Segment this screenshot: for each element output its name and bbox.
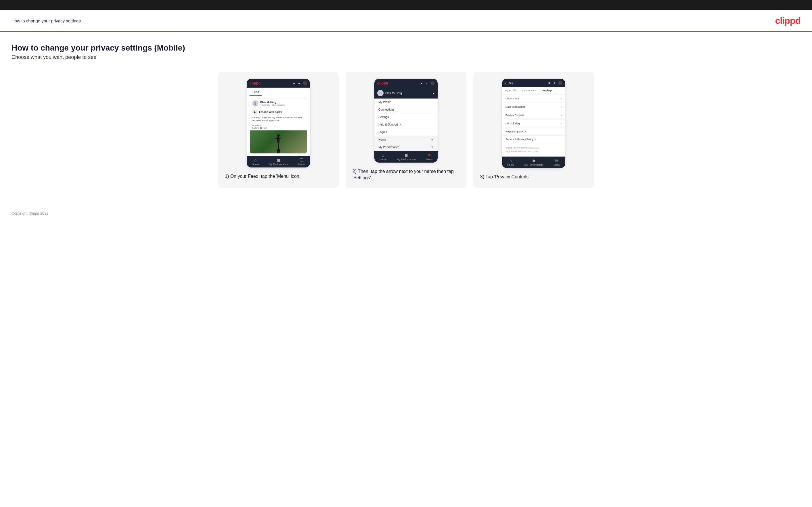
phone-2-navbar: clippd ⚭ ⚬ ⚫ (374, 79, 438, 88)
phone-mockup-3: ‹ Back ⚭ ⚬ ⚫ My Profile Connections Sett… (502, 79, 565, 168)
performance-icon-2: ◼ (405, 153, 408, 157)
my-account-label: My Account (506, 97, 519, 100)
menu-user-row: B Blair McHarg ▲ (374, 88, 438, 99)
feed-duration: Duration01 hr : 30 min (250, 123, 307, 130)
avatar: B (252, 100, 258, 107)
lesson-title: Lesson with Fordy (259, 111, 282, 113)
settings-icon: ⚫ (303, 81, 307, 85)
main-content: How to change your privacy settings (Mob… (0, 32, 812, 206)
menu-icon-3: ☰ (555, 158, 559, 163)
menu-settings[interactable]: Settings (374, 113, 438, 121)
phone-1-logo: clippd (250, 81, 260, 85)
menu-user-left: B Blair McHarg (377, 90, 402, 96)
logo: clippd (775, 15, 801, 26)
phone-1-navbar: clippd ⚭ ⚬ ⚫ (247, 79, 310, 88)
svg-rect-2 (275, 138, 281, 139)
connections-label: Connections (378, 108, 395, 111)
tab-home-3: ⌂ Home (507, 158, 514, 166)
tab-performance-3: ◼ My Performance (524, 158, 544, 166)
settings-icon-3: ⚫ (558, 81, 562, 85)
steps-container: clippd ⚭ ⚬ ⚫ Feed B (11, 72, 801, 188)
feed-tab: Feed (250, 89, 262, 96)
tab-home-label: Home (252, 163, 259, 166)
menu-my-profile[interactable]: My Profile (374, 99, 438, 106)
performance-icon-3: ◼ (532, 158, 536, 163)
version-line-2: GQL Server Version: 2022.7.30-1 (506, 150, 562, 154)
search-icon: ⚭ (293, 81, 295, 85)
phone-1-icons: ⚭ ⚬ ⚫ (293, 81, 307, 85)
settings-data-integrations[interactable]: Data Integrations › (502, 103, 565, 111)
menu-nav-performance[interactable]: My Performance ▼ (374, 144, 438, 151)
tab-my-profile[interactable]: My Profile (502, 87, 519, 94)
golf-silhouette (272, 133, 284, 153)
svg-rect-3 (278, 143, 279, 149)
tab-performance-label-3: My Performance (524, 163, 544, 166)
phone-2-logo: clippd (377, 81, 388, 85)
tab-home-label-2: Home (379, 158, 387, 161)
chevron-down-icon-2: ▼ (431, 146, 434, 149)
my-profile-label: My Profile (378, 101, 391, 104)
step-3-card: ‹ Back ⚭ ⚬ ⚫ My Profile Connections Sett… (473, 72, 594, 188)
settings-back-nav: ‹ Back ⚭ ⚬ ⚫ (502, 79, 565, 87)
nav-performance-label: My Performance (378, 146, 399, 149)
feed-post: B Blair McHarg Yesterday · Sunningdale ▶… (250, 98, 307, 154)
copyright-text: Copyright Clippd 2022 (11, 211, 49, 215)
top-bar (0, 0, 812, 10)
tab-close[interactable]: ✕ Menu (426, 153, 433, 161)
settings-version: Clippd Client Version: 2022.8.3-3 GQL Se… (502, 143, 565, 157)
tab-home: ⌂ Home (252, 158, 259, 166)
feed-body: B Blair McHarg Yesterday · Sunningdale ▶… (247, 96, 310, 156)
tab-home-2: ⌂ Home (379, 153, 387, 161)
menu-nav-home[interactable]: Home ▼ (374, 136, 438, 144)
tab-settings-active[interactable]: Settings (540, 87, 556, 94)
menu-logout[interactable]: Logout (374, 128, 438, 136)
footer: Copyright Clippd 2022 (0, 206, 812, 221)
menu-connections[interactable]: Connections (374, 106, 438, 113)
performance-icon: ◼ (277, 158, 281, 162)
service-privacy-label: Service & Privacy Policy ↗ (506, 138, 537, 141)
chevron-down-icon: ▼ (431, 138, 434, 141)
tab-performance-2: ◼ My Performance (397, 153, 416, 161)
svg-point-0 (277, 134, 280, 137)
tab-menu[interactable]: ☰ Menu (299, 158, 305, 166)
tab-connections[interactable]: Connections (519, 87, 540, 94)
golf-bag-label: My Golf Bag (506, 122, 520, 125)
chevron-right-icon-4: › (561, 122, 562, 125)
tab-menu-3[interactable]: ☰ Menu (554, 158, 560, 166)
settings-my-account[interactable]: My Account › (502, 95, 565, 103)
settings-golf-bag[interactable]: My Golf Bag › (502, 119, 565, 128)
help-label: Help & Support ↗ (378, 123, 401, 126)
privacy-controls-label: Privacy Controls (506, 114, 524, 117)
menu-avatar: B (377, 90, 384, 96)
feed-image (250, 130, 307, 153)
settings-help[interactable]: Help & Support ↗ (502, 128, 565, 135)
user-icon-3: ⚬ (553, 81, 556, 85)
settings-icon-2: ⚫ (430, 81, 435, 85)
step-1-card: clippd ⚭ ⚬ ⚫ Feed B (218, 72, 339, 188)
menu-overlay: My Profile Connections Settings Help & S… (374, 99, 438, 151)
tab-home-label-3: Home (507, 163, 514, 166)
logout-label: Logout (378, 130, 387, 133)
poster-name: Blair McHarg (260, 101, 285, 104)
phone-2-tabbar: ⌂ Home ◼ My Performance ✕ Menu (374, 151, 438, 163)
lesson-header: ▶ Lesson with Fordy (250, 108, 307, 116)
settings-service-privacy[interactable]: Service & Privacy Policy ↗ (502, 135, 565, 143)
phone-3-tabbar: ⌂ Home ◼ My Performance ☰ Menu (502, 157, 565, 168)
user-icon: ⚬ (298, 81, 301, 85)
chevron-right-icon: › (561, 97, 562, 100)
home-icon-3: ⌂ (509, 158, 512, 163)
search-icon-3: ⚭ (548, 81, 551, 85)
step-2-caption: 2) Then, tap the arrow next to your name… (353, 168, 459, 181)
version-line-1: Clippd Client Version: 2022.8.3-3 (506, 146, 562, 150)
breadcrumb: How to change your privacy settings (11, 18, 81, 23)
step-2-card: clippd ⚭ ⚬ ⚫ B Blair McHarg ▲ (346, 72, 466, 188)
page-subheading: Choose what you want people to see (11, 54, 801, 60)
settings-privacy-controls[interactable]: Privacy Controls › (502, 111, 565, 119)
chevron-right-icon-2: › (561, 105, 562, 109)
menu-help[interactable]: Help & Support ↗ (374, 121, 438, 128)
settings-label: Settings (378, 115, 389, 119)
phone-1-tabbar: ⌂ Home ◼ My Performance ☰ Menu (247, 156, 310, 167)
header: How to change your privacy settings clip… (0, 10, 812, 32)
back-label[interactable]: ‹ Back (505, 81, 513, 85)
tab-performance-label-2: My Performance (397, 158, 416, 161)
